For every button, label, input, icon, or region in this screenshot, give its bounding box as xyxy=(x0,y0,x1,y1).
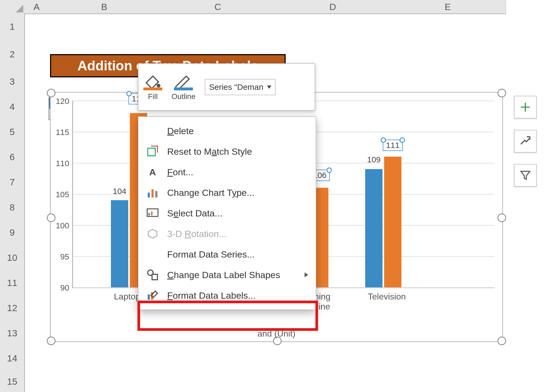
chevron-down-icon xyxy=(267,85,271,89)
row-label: 9 xyxy=(10,227,15,238)
ytick: 110 xyxy=(56,159,69,168)
data-label-demand[interactable]: 111 xyxy=(383,140,403,151)
blank-icon xyxy=(146,248,159,261)
svg-rect-5 xyxy=(148,193,150,197)
submenu-arrow-icon xyxy=(305,272,308,277)
menu-format-data-series[interactable]: Format Data Series... xyxy=(138,244,316,265)
ytick: 100 xyxy=(56,221,69,230)
chart-filters-button[interactable] xyxy=(514,164,537,187)
row-label: 8 xyxy=(10,202,15,213)
menu-delete[interactable]: Delete xyxy=(138,121,316,141)
shapes-icon xyxy=(146,268,159,281)
menu-change-data-label-shapes[interactable]: Change Data Label Shapes xyxy=(138,265,316,285)
category-label: Television xyxy=(360,292,414,302)
row-14[interactable]: 14 xyxy=(0,346,25,371)
row-label: 11 xyxy=(7,278,17,288)
outline-label: Outline xyxy=(172,92,196,101)
row-10[interactable]: 10 xyxy=(0,245,25,271)
menu-format-data-labels[interactable]: Format Data Labels... xyxy=(138,285,316,306)
svg-rect-6 xyxy=(151,189,154,197)
row-label: 15 xyxy=(7,376,17,387)
font-icon: A xyxy=(146,166,159,179)
row-label: 12 xyxy=(7,303,17,313)
series-selector-dropdown[interactable]: Series "Deman xyxy=(205,79,276,95)
menu-reset-match-style[interactable]: Reset to Match Style xyxy=(138,141,316,162)
svg-marker-0 xyxy=(16,5,23,12)
menu-select-data[interactable]: Select Data... xyxy=(138,203,316,223)
row-3[interactable]: 3 xyxy=(0,69,25,94)
row-11[interactable]: 11 xyxy=(0,270,25,296)
fill-label: Fill xyxy=(148,92,158,101)
row-label: 14 xyxy=(7,353,17,364)
svg-rect-13 xyxy=(148,294,150,300)
svg-rect-9 xyxy=(148,213,150,215)
ytick: 115 xyxy=(56,128,69,137)
menu-change-chart-type[interactable]: Change Chart Type... xyxy=(138,182,316,203)
format-labels-icon xyxy=(146,289,159,302)
ytick: 90 xyxy=(60,283,69,292)
menu-font[interactable]: A Font... xyxy=(138,162,316,182)
bar-supply[interactable] xyxy=(365,169,382,287)
context-menu: Delete Reset to Match Style A Font... Ch… xyxy=(138,116,316,310)
blank-icon xyxy=(146,124,159,137)
row-5[interactable]: 5 xyxy=(0,119,25,145)
data-label-supply[interactable]: 109 xyxy=(367,155,381,164)
col-D[interactable]: D xyxy=(276,0,390,14)
col-C[interactable]: C xyxy=(160,0,276,14)
svg-rect-7 xyxy=(155,191,157,197)
row-label: 3 xyxy=(10,76,15,87)
row-label: 5 xyxy=(10,127,15,137)
col-A[interactable]: A xyxy=(24,0,49,14)
col-label: D xyxy=(329,2,336,12)
row-2[interactable]: 2 xyxy=(0,39,25,69)
svg-rect-4 xyxy=(148,148,155,156)
row-4[interactable]: 4 xyxy=(0,94,25,120)
ytick: 120 xyxy=(56,97,69,106)
bar-supply[interactable] xyxy=(111,200,128,287)
ytick: 105 xyxy=(56,190,69,199)
col-B[interactable]: B xyxy=(49,0,160,14)
chart-handle[interactable] xyxy=(497,337,506,345)
row-9[interactable]: 9 xyxy=(0,220,25,245)
chart-handle[interactable] xyxy=(497,89,506,97)
row-8[interactable]: 8 xyxy=(0,195,25,220)
row-7[interactable]: 7 xyxy=(0,170,25,195)
row-1[interactable]: 1 xyxy=(0,14,25,40)
mini-toolbar: Fill Outline Series "Deman xyxy=(138,63,315,111)
col-label: E xyxy=(445,2,451,12)
chart-elements-button[interactable] xyxy=(514,96,537,118)
svg-point-1 xyxy=(157,84,160,87)
axis-title: and (Unit) xyxy=(258,329,296,339)
row-15[interactable]: 15 xyxy=(0,371,25,392)
chart-handle[interactable] xyxy=(47,213,55,222)
chart-styles-button[interactable] xyxy=(514,130,537,153)
chart-handle[interactable] xyxy=(47,89,55,97)
reset-icon xyxy=(146,145,159,158)
row-label: 2 xyxy=(10,49,15,60)
chart-icon xyxy=(146,186,159,199)
svg-rect-12 xyxy=(152,274,157,280)
cube-icon xyxy=(146,227,159,240)
menu-3d-rotation: 3-D Rotation... xyxy=(138,223,316,244)
data-label-supply[interactable]: 104 xyxy=(113,187,126,196)
row-label: 6 xyxy=(10,152,15,162)
ytick: 95 xyxy=(60,252,69,261)
row-label: 10 xyxy=(7,252,17,263)
bar-demand[interactable] xyxy=(384,157,401,287)
chart-handle[interactable] xyxy=(497,213,506,222)
fill-button[interactable]: Fill xyxy=(143,73,162,101)
row-12[interactable]: 12 xyxy=(0,295,25,321)
row-13[interactable]: 13 xyxy=(0,321,25,346)
col-label: A xyxy=(34,2,40,12)
row-label: 13 xyxy=(7,328,17,338)
row-label: 7 xyxy=(10,177,15,187)
select-all-corner[interactable] xyxy=(0,0,25,14)
col-label: B xyxy=(101,2,107,12)
row-6[interactable]: 6 xyxy=(0,144,25,170)
col-E[interactable]: E xyxy=(390,0,506,14)
paint-bucket-icon xyxy=(143,73,162,90)
chart-handle[interactable] xyxy=(47,337,55,345)
svg-rect-10 xyxy=(151,212,153,215)
outline-button[interactable]: Outline xyxy=(172,73,196,101)
col-label: C xyxy=(215,2,221,12)
